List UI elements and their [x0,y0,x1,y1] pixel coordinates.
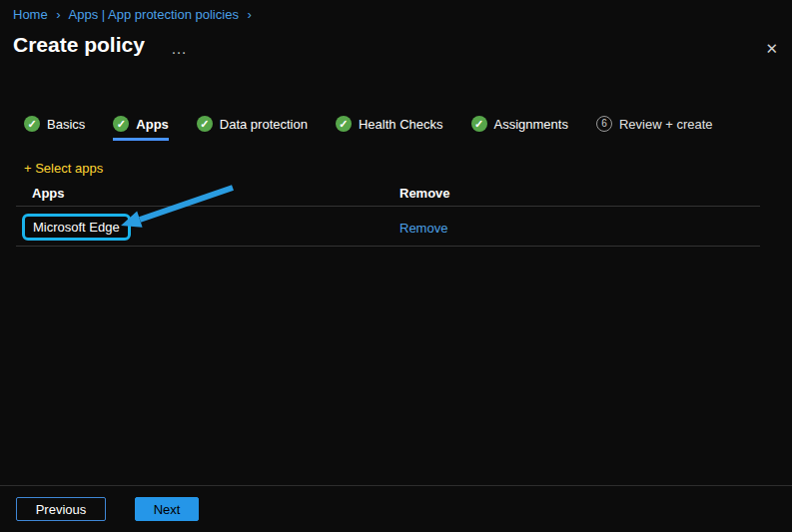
tab-label: Apps [136,117,169,132]
tab-apps[interactable]: ✓ Apps [113,116,169,141]
check-icon: ✓ [24,116,40,132]
wizard-footer: Previous Next [0,485,792,532]
tab-label: Basics [47,117,85,132]
column-header-remove: Remove [399,186,450,201]
select-apps-link[interactable]: + Select apps [24,161,103,176]
previous-button[interactable]: Previous [16,497,106,521]
close-icon[interactable]: ✕ [765,41,778,56]
breadcrumb-app-protection-policies[interactable]: Apps | App protection policies [69,7,239,22]
breadcrumb: Home › Apps | App protection policies › [13,7,257,22]
breadcrumb-chevron-icon: › [248,7,252,22]
tab-assignments[interactable]: ✓ Assignments [471,116,568,141]
tab-label: Assignments [494,117,568,132]
tab-review-create[interactable]: 6 Review + create [596,116,713,141]
page-title: Create policy [13,33,145,57]
check-icon: ✓ [113,116,129,132]
step-number-icon: 6 [596,116,612,132]
selected-app-highlight: Microsoft Edge [22,214,131,241]
check-icon: ✓ [336,116,352,132]
check-icon: ✓ [471,116,487,132]
table-row: Microsoft Edge [22,214,131,241]
remove-link[interactable]: Remove [399,221,447,236]
more-menu-icon[interactable]: … [171,41,188,57]
table-header-divider [16,206,760,207]
tab-data-protection[interactable]: ✓ Data protection [197,116,308,141]
tab-basics[interactable]: ✓ Basics [24,116,85,141]
breadcrumb-chevron-icon: › [56,7,60,22]
annotation-arrow-icon [115,178,245,238]
next-button[interactable]: Next [135,497,199,521]
tab-label: Health Checks [359,117,443,132]
wizard-steps: ✓ Basics ✓ Apps ✓ Data protection ✓ Heal… [24,116,713,141]
tab-label: Data protection [220,117,308,132]
breadcrumb-home[interactable]: Home [13,7,48,22]
tab-health-checks[interactable]: ✓ Health Checks [336,116,443,141]
table-row-divider [16,246,760,247]
title-row: Create policy … ✕ [13,33,778,57]
tab-label: Review + create [619,117,713,132]
check-icon: ✓ [197,116,213,132]
column-header-apps: Apps [32,186,65,201]
